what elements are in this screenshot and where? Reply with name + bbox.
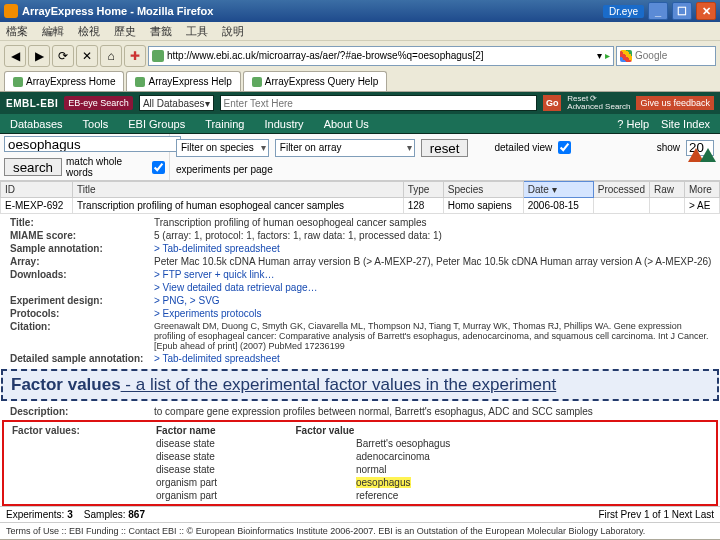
menu-tools[interactable]: 工具 — [186, 24, 208, 39]
menu-view[interactable]: 檢視 — [78, 24, 100, 39]
col-title[interactable]: Title — [73, 182, 404, 198]
menu-bookmarks[interactable]: 書籤 — [150, 24, 172, 39]
reset-button[interactable]: reset — [421, 139, 469, 157]
summary-bar: Experiments: 3 Samples: 867 First Prev 1… — [0, 506, 720, 522]
col-more[interactable]: More — [685, 182, 720, 198]
nav-siteindex[interactable]: Site Index — [661, 118, 710, 130]
factor-value-row: organism partoesophagus — [4, 476, 716, 489]
menu-help[interactable]: 說明 — [222, 24, 244, 39]
addon-button[interactable]: ✚ — [124, 45, 146, 67]
cell-date: 2006-08-15 — [523, 198, 593, 214]
lbl-description: Description: — [2, 406, 154, 417]
nav-help[interactable]: ? Help — [617, 118, 649, 130]
reload-button[interactable]: ⟳ — [52, 45, 74, 67]
embl-db-select[interactable]: All Databases ▾ — [139, 95, 214, 111]
url-bar[interactable]: ▾ ▸ — [148, 46, 614, 66]
factor-value-row: disease statenormal — [4, 463, 716, 476]
embl-logo: EMBL-EBI — [6, 98, 58, 109]
nav-tools[interactable]: Tools — [83, 118, 109, 130]
nav-industry[interactable]: Industry — [264, 118, 303, 130]
embl-reset-adv[interactable]: Reset ⟳Advanced Search — [567, 95, 630, 111]
nav-training[interactable]: Training — [205, 118, 244, 130]
chevron-down-icon: ▾ — [205, 98, 210, 109]
array-value: Filter on array — [280, 142, 342, 153]
val-downloads1-link[interactable]: > FTP server + quick link… — [154, 269, 712, 280]
pager[interactable]: First Prev 1 of 1 Next Last — [598, 509, 714, 520]
tab-ae-home[interactable]: ArrayExpress Home — [4, 71, 124, 91]
menu-file[interactable]: 檔案 — [6, 24, 28, 39]
ebeye-badge: EB-eye Search — [64, 96, 133, 110]
embl-go-button[interactable]: Go — [543, 95, 561, 111]
url-input[interactable] — [167, 50, 594, 61]
back-button[interactable]: ◀ — [4, 45, 26, 67]
minimize-button[interactable]: _ — [648, 2, 668, 20]
arrayexpress-logo-icon — [688, 148, 716, 176]
col-species[interactable]: Species — [443, 182, 523, 198]
val-protocols-link[interactable]: > Experiments protocols — [154, 308, 712, 319]
lbl-miame: MIAME score: — [2, 230, 154, 241]
match-whole-checkbox[interactable] — [152, 161, 165, 174]
factor-value-row: disease stateadenocarcinoma — [4, 450, 716, 463]
results-table: ID Title Type Species Date ▾ Processed R… — [0, 181, 720, 214]
array-filter[interactable]: Filter on array — [275, 139, 415, 157]
lbl-array: Array: — [2, 256, 154, 267]
google-icon — [620, 50, 632, 62]
nav-about[interactable]: About Us — [324, 118, 369, 130]
val-miame: 5 (array: 1, protocol: 1, factors: 1, ra… — [154, 230, 712, 241]
search-box[interactable] — [616, 46, 716, 66]
val-citation: Greenawalt DM, Duong C, Smyth GK, Ciavar… — [154, 321, 712, 351]
tab-ae-queryhelp[interactable]: ArrayExpress Query Help — [243, 71, 387, 91]
col-id[interactable]: ID — [1, 182, 73, 198]
val-downloads2-link[interactable]: > View detailed data retrieval page… — [154, 282, 712, 293]
search-button[interactable]: search — [4, 158, 62, 176]
cell-type: 128 — [403, 198, 443, 214]
val-dsa-link[interactable]: > Tab-delimited spreadsheet — [154, 353, 712, 364]
menu-edit[interactable]: 編輯 — [42, 24, 64, 39]
dreye-widget[interactable]: Dr.eye — [603, 5, 644, 18]
embl-search-input[interactable] — [224, 98, 534, 109]
nav-groups[interactable]: EBI Groups — [128, 118, 185, 130]
tab-favicon-icon — [252, 77, 262, 87]
val-design-link[interactable]: > PNG, > SVG — [154, 295, 712, 306]
table-row[interactable]: E-MEXP-692 Transcription profiling of hu… — [1, 198, 720, 214]
site-favicon-icon — [152, 50, 164, 62]
nav-databases[interactable]: Databases — [10, 118, 63, 130]
ae-search-panel: search match whole words Filter on speci… — [0, 134, 720, 181]
maximize-button[interactable]: ☐ — [672, 2, 692, 20]
cell-more[interactable]: > AE — [685, 198, 720, 214]
forward-button[interactable]: ▶ — [28, 45, 50, 67]
annotation-rest: - a list of the experimental factor valu… — [121, 375, 557, 394]
col-processed[interactable]: Processed — [593, 182, 649, 198]
per-page-suffix: experiments per page — [176, 164, 273, 175]
close-button[interactable]: ✕ — [696, 2, 716, 20]
species-filter[interactable]: Filter on species — [176, 139, 269, 157]
menu-history[interactable]: 歷史 — [114, 24, 136, 39]
tab-ae-help[interactable]: ArrayExpress Help — [126, 71, 240, 91]
search-input[interactable] — [635, 50, 695, 61]
samples-label: Samples: — [84, 509, 126, 520]
cell-processed — [593, 198, 649, 214]
url-dropdown-icon[interactable]: ▾ — [597, 50, 602, 61]
keyword-input[interactable] — [4, 136, 181, 152]
stop-button[interactable]: ✕ — [76, 45, 98, 67]
home-button[interactable]: ⌂ — [100, 45, 122, 67]
embl-db-value: All Databases — [143, 98, 205, 109]
feedback-button[interactable]: Give us feedback — [636, 96, 714, 110]
go-icon[interactable]: ▸ — [605, 50, 610, 61]
factor-value-row: disease stateBarrett's oesophagus — [4, 437, 716, 450]
footer-text: Terms of Use :: EBI Funding :: Contact E… — [0, 522, 720, 539]
val-sample-link[interactable]: > Tab-delimited spreadsheet — [154, 243, 712, 254]
factor-values-block: Factor values:Factor nameFactor value di… — [2, 420, 718, 506]
annotation-head: Factor values — [11, 375, 121, 394]
lbl-protocols: Protocols: — [2, 308, 154, 319]
col-raw[interactable]: Raw — [650, 182, 685, 198]
cell-species: Homo sapiens — [443, 198, 523, 214]
lbl-factor-values: Factor values: — [4, 425, 156, 436]
embl-header: EMBL-EBI EB-eye Search All Databases ▾ G… — [0, 92, 720, 114]
col-type[interactable]: Type — [403, 182, 443, 198]
col-date[interactable]: Date ▾ — [523, 182, 593, 198]
experiment-detail: Title:Transcription profiling of human o… — [0, 214, 720, 367]
annotation-callout: Factor values - a list of the experiment… — [1, 369, 719, 401]
val-description: to compare gene expression profiles betw… — [154, 406, 712, 417]
detailed-view-checkbox[interactable] — [558, 141, 571, 154]
